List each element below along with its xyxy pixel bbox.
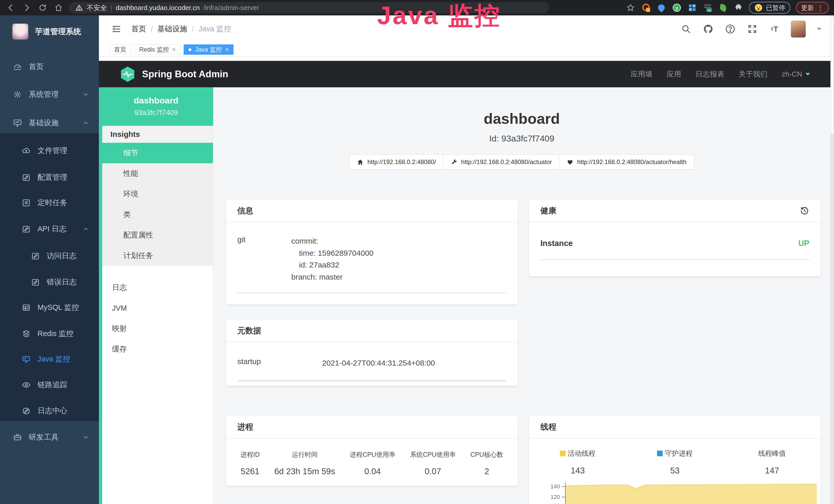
process-table: 进程ID 5261 运行时间 6d 23h 15m 59s 进程CPU使用率 0… <box>226 438 518 476</box>
edit-square-icon <box>31 251 40 260</box>
sidebar-item-access-log[interactable]: 访问日志 <box>0 248 99 264</box>
breadcrumb-separator: / <box>151 25 153 33</box>
screenshot-root: 不安全 | dashboard.yudao.iocoder.cn/infra/a… <box>0 0 834 504</box>
edit-circle-icon <box>22 406 31 415</box>
sidebar-item-java-monitor[interactable]: Java 监控 <box>0 351 99 367</box>
breadcrumb-infra[interactable]: 基础设施 <box>157 24 187 34</box>
browser-home-icon[interactable] <box>53 2 64 13</box>
sba-menu-mappings[interactable]: 映射 <box>102 318 213 339</box>
app-logo[interactable]: 芋道管理系统 <box>0 20 99 43</box>
dashboard-gauge-icon <box>13 62 22 71</box>
sidebar-item-dev-tools[interactable]: 研发工具 <box>0 429 99 445</box>
sba-menu-metrics[interactable]: 性能 <box>102 163 213 184</box>
browser-back-icon[interactable] <box>5 2 17 13</box>
sidebar-item-label: 链路追踪 <box>38 380 67 390</box>
insights-section-label: Insights <box>102 126 213 143</box>
breadcrumb-current: Java 监控 <box>199 24 231 34</box>
redis-layers-icon <box>22 329 31 338</box>
sba-nav-wallboard[interactable]: 应用墙 <box>631 69 652 79</box>
extension-grid-icon[interactable] <box>687 3 697 13</box>
close-icon[interactable]: × <box>225 46 228 53</box>
tab-label: Java 监控 <box>195 45 222 54</box>
sidebar-item-label: 基础设施 <box>29 118 59 128</box>
sba-menu-logs[interactable]: 日志 <box>102 277 213 298</box>
close-icon[interactable]: × <box>172 46 176 53</box>
process-col-cpu: 进程CPU使用率 0.04 <box>350 450 396 476</box>
work-area: 首页 / 基础设施 / Java 监控 тT <box>99 16 834 504</box>
sidebar-item-mysql[interactable]: MySQL 监控 <box>0 299 99 316</box>
sidebar-item-system[interactable]: 系统管理 <box>0 86 99 103</box>
sidebar-item-job[interactable]: 定时任务 <box>0 194 99 211</box>
insights-section: Insights 细节 性能 环境 类 配置属性 计划任务 <box>102 126 213 266</box>
sba-nav-about[interactable]: 关于我们 <box>739 69 767 79</box>
sidebar-item-home[interactable]: 首页 <box>0 59 99 75</box>
instance-header[interactable]: dashboard 93a3fc7f7409 <box>99 87 213 126</box>
actuator-url-button[interactable]: http://192.168.0.2:48080/actuator <box>443 155 559 169</box>
locale-label: zh-CN <box>782 70 802 78</box>
metadata-value: 2021-04-27T00:44:31.254+08:00 <box>322 357 435 369</box>
sba-menu-details[interactable]: 细节 <box>102 143 213 163</box>
browser-forward-icon[interactable] <box>21 2 32 13</box>
sidebar-item-error-log[interactable]: 错误日志 <box>0 274 99 290</box>
scrollbar-track[interactable] <box>830 16 834 504</box>
paused-profile-badge[interactable]: 已暂停 <box>749 2 790 14</box>
history-icon[interactable] <box>799 206 809 216</box>
bookmark-star-icon[interactable] <box>626 3 635 13</box>
chrome-menu-icon: ⋮ <box>817 4 824 12</box>
chrome-update-button[interactable]: 更新 ⋮ <box>796 2 829 14</box>
sba-menu-environment[interactable]: 环境 <box>102 184 213 204</box>
sidebar-item-config[interactable]: 配置管理 <box>0 169 99 186</box>
scrollbar-thumb[interactable] <box>831 17 833 134</box>
sba-nav-journal[interactable]: 日志报表 <box>696 69 724 79</box>
tab-home[interactable]: 首页 <box>109 44 131 55</box>
sidebar-item-api-log[interactable]: API 日志 <box>0 221 99 237</box>
sidebar-item-log-center[interactable]: 日志中心 <box>0 403 99 419</box>
hamburger-icon[interactable] <box>111 24 122 34</box>
extension-pin-icon[interactable] <box>657 3 666 13</box>
sba-menu-classes[interactable]: 类 <box>102 204 213 225</box>
sba-logo-icon <box>119 66 136 83</box>
sba-menu-jvm[interactable]: JVM <box>102 298 213 318</box>
caret-down-icon[interactable] <box>816 28 822 33</box>
health-url-button[interactable]: http://192.168.0.2:48080/actuator/health <box>559 155 694 169</box>
health-card: 健康 Instance UP <box>529 200 821 276</box>
extensions-puzzle-icon[interactable] <box>733 3 743 13</box>
paused-badge-label: 已暂停 <box>766 4 785 12</box>
sba-instance-sidebar: dashboard 93a3fc7f7409 Insights 细节 性能 环境… <box>99 87 213 504</box>
sidebar-item-label: 首页 <box>29 62 44 72</box>
sba-nav-applications[interactable]: 应用 <box>667 69 681 79</box>
extension-orange-icon[interactable]: 1 <box>641 3 651 13</box>
sba-menu-caches[interactable]: 缓存 <box>102 339 213 360</box>
locale-selector[interactable]: zh-CN <box>782 70 810 78</box>
tab-java-monitor[interactable]: Java 监控 × <box>184 44 234 55</box>
sba-menu-scheduled-tasks[interactable]: 计划任务 <box>102 246 213 266</box>
sba-brand[interactable]: Spring Boot Admin <box>119 66 228 83</box>
browser-reload-icon[interactable] <box>37 2 48 13</box>
font-size-icon[interactable]: тT <box>769 23 780 35</box>
fullscreen-icon[interactable] <box>747 23 758 35</box>
github-icon[interactable] <box>702 23 714 35</box>
extension-y-circle-icon[interactable]: y <box>672 3 682 13</box>
help-icon[interactable] <box>725 23 736 35</box>
sidebar-item-infra[interactable]: 基础设施 <box>0 115 99 131</box>
info-card: 信息 git commit: time: 1596289704000 id: 2… <box>226 200 518 304</box>
sidebar-item-file[interactable]: 文件管理 <box>0 142 99 159</box>
breadcrumb-home[interactable]: 首页 <box>131 24 146 34</box>
search-icon[interactable] <box>680 23 692 35</box>
sba-menu-configprops[interactable]: 配置属性 <box>102 225 213 246</box>
tab-label: Redis 监控 <box>139 45 169 54</box>
avatar[interactable] <box>791 21 806 38</box>
url-path: /infra/admin-server <box>203 4 259 12</box>
shocked-emoji-icon <box>754 3 763 12</box>
tab-redis[interactable]: Redis 监控 × <box>134 44 180 55</box>
sidebar-item-redis[interactable]: Redis 监控 <box>0 325 99 342</box>
logo-image <box>12 24 28 40</box>
service-url-button[interactable]: http://192.168.0.2:48080/ <box>349 155 443 169</box>
monitor-chart-icon <box>13 118 22 128</box>
extension-on-badge-icon[interactable]: on <box>703 3 712 13</box>
sidebar-item-label: Java 监控 <box>38 354 70 364</box>
sidebar-item-trace[interactable]: 链路追踪 <box>0 377 99 393</box>
process-col-uptime: 运行时间 6d 23h 15m 59s <box>274 450 335 476</box>
legend-yellow-swatch <box>560 451 566 456</box>
extension-leaf-icon[interactable] <box>718 3 728 13</box>
